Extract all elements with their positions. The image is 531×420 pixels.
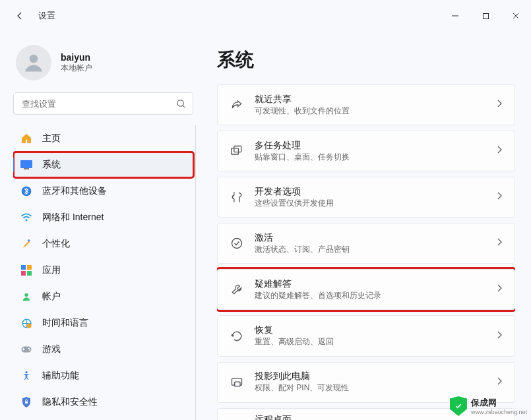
nav-gaming[interactable]: 游戏 <box>13 336 194 363</box>
wrench-icon <box>230 283 244 296</box>
search-input-wrapper[interactable] <box>13 92 193 115</box>
nav-label: 应用 <box>42 264 61 276</box>
card-sub: 激活状态、订阅、产品密钥 <box>255 244 350 255</box>
nav-network[interactable]: 网络和 Internet <box>13 204 194 231</box>
svg-rect-5 <box>20 160 32 168</box>
account-name: baiyun <box>61 52 92 63</box>
svg-point-19 <box>29 349 30 351</box>
shield-icon <box>450 396 467 416</box>
card-title: 投影到此电脑 <box>255 371 349 382</box>
svg-point-16 <box>26 323 31 328</box>
nav-label: 个性化 <box>42 238 70 250</box>
nav-label: 辅助功能 <box>42 370 79 382</box>
nav-label: 系统 <box>42 159 61 171</box>
account-block[interactable]: baiyun 本地帐户 <box>13 40 196 92</box>
home-icon <box>20 133 33 144</box>
chevron-right-icon <box>496 191 503 203</box>
gamepad-icon <box>20 345 33 354</box>
card-troubleshoot[interactable]: 疑难解答 建议的疑难解答、首选项和历史记录 <box>217 269 515 310</box>
svg-rect-10 <box>21 265 26 270</box>
window-title: 设置 <box>38 10 55 22</box>
card-sub: 贴靠窗口、桌面、任务切换 <box>255 152 350 163</box>
chevron-right-icon <box>496 376 503 388</box>
nav-personalization[interactable]: 个性化 <box>13 231 194 257</box>
card-sub: 可发现性、收到文件的位置 <box>255 105 350 117</box>
svg-rect-22 <box>232 148 239 154</box>
watermark-url: www.zsbaocheng.net <box>471 409 527 415</box>
card-title: 远程桌面 <box>255 414 292 420</box>
search-input[interactable] <box>20 98 176 109</box>
card-nearby-sharing[interactable]: 就近共享 可发现性、收到文件的位置 <box>217 84 515 125</box>
person-icon <box>22 51 46 75</box>
nav-label: 网络和 Internet <box>42 212 104 224</box>
svg-rect-21 <box>25 402 28 404</box>
globe-clock-icon <box>20 318 33 329</box>
tools-icon <box>230 191 244 204</box>
bluetooth-icon <box>20 186 33 196</box>
svg-line-4 <box>183 105 185 107</box>
card-title: 恢复 <box>255 324 334 336</box>
card-title: 疑难解答 <box>255 278 381 290</box>
nav-label: 隐私和安全性 <box>42 396 98 408</box>
minimize-button[interactable] <box>440 3 470 29</box>
svg-rect-6 <box>24 168 29 169</box>
recovery-icon <box>230 330 244 342</box>
titlebar: 设置 <box>0 0 531 32</box>
nav-accessibility[interactable]: 辅助功能 <box>13 363 194 389</box>
nav-apps[interactable]: 应用 <box>13 257 194 284</box>
sidebar: baiyun 本地帐户 主页 系统 蓝牙和其他设备 <box>0 32 201 420</box>
window-controls <box>440 3 531 29</box>
nav-home[interactable]: 主页 <box>13 125 194 152</box>
nav-system[interactable]: 系统 <box>13 152 194 178</box>
shield-lock-icon <box>20 396 33 408</box>
svg-point-2 <box>30 55 38 63</box>
maximize-icon <box>482 13 489 20</box>
search-icon <box>176 99 186 109</box>
nav-label: 蓝牙和其他设备 <box>42 185 107 197</box>
content: 系统 就近共享 可发现性、收到文件的位置 多任务处理 贴靠窗口、桌面、任务切换 <box>201 32 531 420</box>
maximize-button[interactable] <box>470 3 501 29</box>
arrow-left-icon <box>15 11 25 21</box>
chevron-right-icon <box>496 99 503 111</box>
nav-privacy[interactable]: 隐私和安全性 <box>13 389 194 415</box>
svg-point-20 <box>25 371 27 373</box>
avatar <box>16 45 51 80</box>
card-title: 就近共享 <box>255 94 350 105</box>
project-icon <box>230 376 244 388</box>
card-activation[interactable]: 激活 激活状态、订阅、产品密钥 <box>217 223 515 264</box>
nav-label: 游戏 <box>42 344 61 355</box>
svg-point-14 <box>24 293 28 297</box>
multitask-icon <box>230 145 244 157</box>
card-recovery[interactable]: 恢复 重置、高级启动、返回 <box>217 315 515 356</box>
minimize-icon <box>451 12 459 20</box>
brush-icon <box>20 238 33 250</box>
card-title: 开发者选项 <box>255 186 334 198</box>
chevron-right-icon <box>496 284 503 295</box>
svg-point-7 <box>22 187 32 196</box>
svg-point-3 <box>177 100 183 105</box>
check-circle-icon <box>230 237 244 250</box>
card-developer-options[interactable]: 开发者选项 这些设置仅供开发使用 <box>217 177 515 218</box>
close-icon <box>512 12 520 20</box>
account-sub: 本地帐户 <box>61 63 92 74</box>
back-button[interactable] <box>8 4 32 28</box>
nav-label: 帐户 <box>42 291 61 303</box>
accessibility-icon <box>20 371 33 381</box>
chevron-right-icon <box>496 237 503 249</box>
nav-accounts[interactable]: 帐户 <box>13 284 194 310</box>
nav-time-language[interactable]: 时间和语言 <box>13 310 194 336</box>
chevron-right-icon <box>496 330 503 342</box>
chevron-right-icon <box>496 145 503 157</box>
nav-bluetooth[interactable]: 蓝牙和其他设备 <box>13 178 194 204</box>
svg-point-24 <box>232 239 242 249</box>
close-button[interactable] <box>501 3 531 29</box>
page-title: 系统 <box>217 47 515 73</box>
svg-point-8 <box>26 219 28 221</box>
svg-point-18 <box>28 347 30 349</box>
card-sub: 权限、配对 PIN、可发现性 <box>255 382 349 394</box>
nav-label: 时间和语言 <box>42 317 88 329</box>
watermark: 保成网 www.zsbaocheng.net <box>450 396 527 416</box>
svg-rect-26 <box>235 382 240 386</box>
card-multitasking[interactable]: 多任务处理 贴靠窗口、桌面、任务切换 <box>217 131 515 171</box>
wifi-icon <box>20 213 33 222</box>
